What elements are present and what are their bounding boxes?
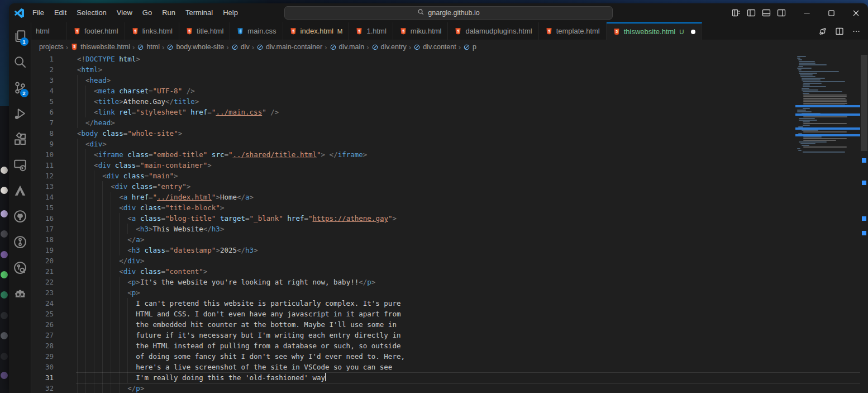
- toggle-primary-sidebar-icon[interactable]: [743, 3, 759, 22]
- extensions-icon[interactable]: [9, 126, 31, 152]
- tab-miku.html[interactable]: 5miku.html: [393, 22, 449, 40]
- breadcrumb-item-projects[interactable]: projects: [39, 43, 64, 51]
- run-and-debug-icon[interactable]: [9, 101, 31, 126]
- code-line-15[interactable]: 15<div class="title-block">: [31, 202, 795, 213]
- customize-layout-icon[interactable]: [728, 3, 743, 22]
- code-line-13[interactable]: 13<div class="entry">: [31, 181, 795, 192]
- maximize-button[interactable]: [819, 3, 843, 22]
- code-line-19[interactable]: 19<h3 class="datestamp">2025</h3>: [31, 245, 795, 255]
- breadcrumb-item-p[interactable]: p: [463, 43, 476, 51]
- remote-explorer-icon[interactable]: [9, 152, 31, 178]
- minimap[interactable]: [795, 54, 860, 393]
- minimap-line: [803, 98, 846, 99]
- godot-tools-icon[interactable]: [9, 281, 31, 306]
- code-line-26[interactable]: 26the embedded hit counter at the bottom…: [31, 319, 795, 330]
- tab-thiswebsite.html[interactable]: 5thiswebsite.htmlU: [607, 22, 702, 40]
- menu-terminal[interactable]: Terminal: [180, 3, 218, 22]
- toggle-panel-icon[interactable]: [759, 3, 774, 22]
- gitlens-inspect-icon[interactable]: [9, 255, 31, 281]
- tab-links.html[interactable]: 5links.html: [125, 22, 179, 40]
- breadcrumb-item-html[interactable]: html: [137, 43, 160, 51]
- code-line-10[interactable]: 10<iframe class="embed-title" src="../sh…: [31, 149, 795, 160]
- code-text: <title>Athene.Gay</title>: [77, 96, 795, 107]
- code-line-22[interactable]: 22<p>It's the website you're looking at …: [31, 277, 795, 287]
- code-line-14[interactable]: 14<a href="../index.html">Home</a>: [31, 192, 795, 202]
- breadcrumb-item-div.entry[interactable]: div.entry: [371, 43, 407, 51]
- tab-index.html[interactable]: 5index.htmlM: [283, 22, 350, 40]
- split-editor-icon[interactable]: [832, 24, 847, 39]
- breadcrumb-item-thiswebsite.html[interactable]: 5thiswebsite.html: [70, 43, 130, 51]
- line-number: 2: [31, 64, 77, 75]
- minimize-button[interactable]: [794, 3, 819, 22]
- code-line-17[interactable]: 17<h3>This Website</h3>: [31, 224, 795, 234]
- code-line-20[interactable]: 20</div>: [31, 255, 795, 266]
- tab-html[interactable]: html: [31, 22, 67, 40]
- overview-ruler-mark: [862, 231, 866, 235]
- code-line-31[interactable]: 31I'm really doing this the 'old-fashion…: [31, 372, 795, 383]
- tab-title.html[interactable]: 5title.html: [179, 22, 230, 40]
- svg-text:5: 5: [616, 29, 618, 33]
- vertical-scrollbar[interactable]: [860, 54, 868, 393]
- menu-run[interactable]: Run: [157, 3, 180, 22]
- line-number: 23: [31, 287, 77, 298]
- code-line-16[interactable]: 16<a class="blog-title" target="_blank" …: [31, 213, 795, 224]
- scrollbar-thumb[interactable]: [861, 55, 867, 151]
- code-line-9[interactable]: 9<div>: [31, 139, 795, 149]
- code-line-1[interactable]: 1<!DOCTYPE html>: [31, 54, 795, 64]
- code-line-4[interactable]: 4<meta charset="UTF-8" />: [31, 86, 795, 96]
- code-line-6[interactable]: 6<link rel="stylesheet" href="../main.cs…: [31, 107, 795, 117]
- explorer-icon[interactable]: 1: [9, 23, 31, 49]
- code-line-18[interactable]: 18</a>: [31, 234, 795, 245]
- menu-help[interactable]: Help: [218, 3, 243, 22]
- tab-main.css[interactable]: 3main.css: [230, 22, 283, 40]
- minimap-line: [803, 123, 846, 124]
- code-line-21[interactable]: 21<div class="content">: [31, 266, 795, 277]
- breadcrumb-item-div.main[interactable]: div.main: [330, 43, 365, 51]
- close-button[interactable]: [843, 3, 868, 22]
- breadcrumb-item-div.main-container[interactable]: div.main-container: [256, 43, 322, 51]
- code-editor[interactable]: 1<!DOCTYPE html>2<html>3<head>4<meta cha…: [31, 54, 868, 393]
- open-changes-icon[interactable]: [815, 24, 830, 39]
- gitlens-icon[interactable]: [9, 229, 31, 255]
- code-line-29[interactable]: 29of doing some fancy shit I don't see w…: [31, 351, 795, 362]
- tab-label: links.html: [142, 27, 173, 35]
- command-center-search[interactable]: gnargle.github.io: [284, 6, 613, 20]
- tab-1.html[interactable]: 51.html: [349, 22, 393, 40]
- menu-selection[interactable]: Selection: [71, 3, 111, 22]
- minimap-line: [800, 76, 815, 77]
- code-line-24[interactable]: 24I can't pretend this website is partic…: [31, 298, 795, 309]
- breadcrumb-item-body.whole-site[interactable]: body.whole-site: [166, 43, 224, 51]
- code-line-12[interactable]: 12<div class="main">: [31, 171, 795, 181]
- menu-view[interactable]: View: [112, 3, 137, 22]
- code-line-32[interactable]: 32</p>: [31, 383, 795, 393]
- code-line-7[interactable]: 7</head>: [31, 117, 795, 128]
- toggle-secondary-sidebar-icon[interactable]: [774, 3, 789, 22]
- tab-dalamudplugins.html[interactable]: 5dalamudplugins.html: [448, 22, 538, 40]
- more-actions-icon[interactable]: [849, 24, 864, 39]
- code-line-8[interactable]: 8<body class="whole-site">: [31, 128, 795, 139]
- minimap-line: [798, 66, 803, 67]
- code-line-5[interactable]: 5<title>Athene.Gay</title>: [31, 96, 795, 107]
- tab-template.html[interactable]: 5template.html: [539, 22, 607, 40]
- menu-edit[interactable]: Edit: [49, 3, 71, 22]
- breadcrumb-item-div[interactable]: div: [231, 43, 250, 51]
- tab-footer.html[interactable]: 5footer.html: [67, 22, 125, 40]
- search-icon[interactable]: [9, 49, 31, 75]
- code-line-3[interactable]: 3<head>: [31, 75, 795, 86]
- code-line-23[interactable]: 23<p>: [31, 287, 795, 298]
- azure-extension-icon[interactable]: [9, 178, 31, 203]
- code-line-2[interactable]: 2<html>: [31, 64, 795, 75]
- code-line-27[interactable]: 27future if it's necessary but I'm writi…: [31, 330, 795, 340]
- source-control-icon[interactable]: 2: [9, 75, 31, 101]
- code-line-25[interactable]: 25HTML and CSS. I don't even have any ja…: [31, 309, 795, 319]
- code-line-28[interactable]: 28the HTML instead of pulling from a dat…: [31, 340, 795, 351]
- code-text: I'm really doing this the 'old-fashioned…: [77, 372, 795, 383]
- code-line-11[interactable]: 11<div class="main-container">: [31, 160, 795, 171]
- breadcrumb-item-div.content[interactable]: div.content: [413, 43, 456, 51]
- github-icon[interactable]: [9, 203, 31, 229]
- menu-file[interactable]: File: [27, 3, 49, 22]
- menu-go[interactable]: Go: [137, 3, 157, 22]
- code-line-30[interactable]: 30here's a live screenshot of the site i…: [31, 362, 795, 372]
- line-number: 20: [31, 255, 77, 266]
- dirty-indicator[interactable]: [691, 30, 695, 34]
